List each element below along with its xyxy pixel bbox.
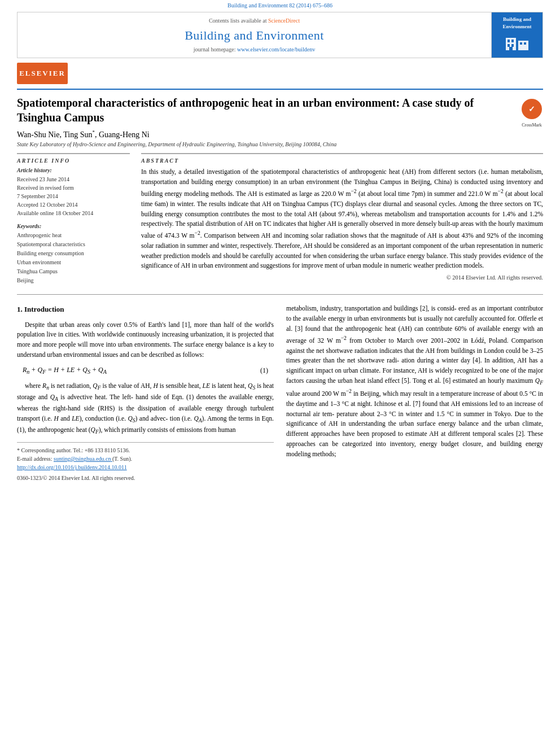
authors: Wan-Shu Nie, Ting Sun*, Guang-Heng Ni: [17, 129, 543, 139]
footnote-email-link[interactable]: sunting@tsinghua.edu.cn: [54, 456, 112, 462]
keyword-2: Spatiotemporal characteristics: [17, 240, 130, 249]
available-date: Available online 18 October 2014: [17, 209, 130, 217]
section-1-heading: 1. Introduction: [17, 304, 274, 315]
section-divider: [17, 294, 543, 295]
article-title: Spatiotemporal characteristics of anthro…: [17, 95, 520, 125]
footnote-corresponding: * Corresponding author. Tel.: +86 133 81…: [17, 446, 274, 455]
accepted-date: Accepted 12 October 2014: [17, 200, 130, 209]
journal-header-content: Contents lists available at ScienceDirec…: [18, 12, 492, 58]
citation-text: Building and Environment 82 (2014) 675–6…: [228, 2, 333, 8]
svg-rect-8: [509, 47, 513, 50]
intro-col-right: metabolism, industry, transportation and…: [286, 304, 543, 482]
citation-bar: Building and Environment 82 (2014) 675–6…: [0, 0, 560, 10]
journal-logo: Building and Environment: [492, 12, 542, 58]
introduction-section: 1. Introduction Despite that urban areas…: [17, 304, 543, 482]
doi-link: http://dx.doi.org/10.1016/j.buildenv.201…: [17, 463, 274, 471]
section-number: 1.: [17, 305, 23, 313]
svg-rect-4: [508, 44, 510, 47]
journal-homepage: journal homepage: www.elsevier.com/locat…: [194, 46, 315, 53]
article-history-title: Article history:: [17, 167, 130, 173]
keyword-5: Tsinghua Campus: [17, 267, 130, 276]
article-info-label: Article Info: [17, 158, 130, 164]
svg-rect-3: [511, 40, 514, 42]
keyword-3: Building energy consumption: [17, 249, 130, 258]
intro-para-2: where Rn is net radiation, QF is the val…: [17, 381, 274, 436]
intro-col-left: 1. Introduction Despite that urban areas…: [17, 304, 274, 482]
crossmark-icon[interactable]: ✓ CrossMark: [520, 98, 543, 120]
keywords-section: Keywords: Anthropogenic heat Spatiotempo…: [17, 223, 130, 285]
elsevier-logo: ELSEVIER: [17, 63, 68, 84]
homepage-link[interactable]: www.elsevier.com/locate/buildenv: [237, 46, 315, 53]
footnote-area: * Corresponding author. Tel.: +86 133 81…: [17, 442, 274, 483]
contents-line: Contents lists available at ScienceDirec…: [209, 18, 300, 24]
received-date: Received 23 June 2014: [17, 175, 130, 184]
svg-rect-2: [508, 40, 510, 42]
journal-header: Contents lists available at ScienceDirec…: [17, 12, 543, 58]
abstract-section: Abstract In this study, a detailed inves…: [141, 153, 543, 281]
equation-formula: Rn + QF = H + LE + QS + QA: [23, 365, 107, 377]
abstract-text: In this study, a detailed investigation …: [141, 167, 543, 271]
svg-text:✓: ✓: [528, 105, 535, 113]
journal-title: Building and Environment: [185, 28, 324, 43]
abstract-label: Abstract: [141, 158, 543, 164]
revised-label: Received in revised form: [17, 184, 130, 192]
svg-rect-7: [524, 42, 526, 45]
article-title-row: Spatiotemporal characteristics of anthro…: [17, 95, 543, 125]
copyright: © 2014 Elsevier Ltd. All rights reserved…: [141, 274, 543, 281]
article-info-section: Article Info Article history: Received 2…: [17, 153, 130, 217]
abstract-col: Abstract In this study, a detailed inves…: [141, 153, 543, 285]
keyword-6: Beijing: [17, 276, 130, 285]
intro-para-1: Despite that urban areas only cover 0.5%…: [17, 320, 274, 360]
keyword-4: Urban environment: [17, 258, 130, 267]
elsevier-logo-row: ELSEVIER: [17, 63, 543, 90]
issn: 0360-1323/© 2014 Elsevier Ltd. All right…: [17, 474, 274, 483]
section-title: Introduction: [24, 305, 64, 313]
intro-para-3: metabolism, industry, transportation and…: [286, 304, 543, 459]
article-info-col: Article Info Article history: Received 2…: [17, 153, 130, 285]
equation-1: Rn + QF = H + LE + QS + QA (1): [17, 365, 274, 377]
revised-date: 7 September 2014: [17, 192, 130, 200]
affiliation: State Key Laboratory of Hydro-Science an…: [17, 141, 543, 147]
paper-body: Spatiotemporal characteristics of anthro…: [17, 90, 543, 483]
doi-anchor[interactable]: http://dx.doi.org/10.1016/j.buildenv.201…: [17, 464, 127, 470]
svg-rect-5: [511, 44, 514, 47]
keywords-title: Keywords:: [17, 223, 130, 229]
footnote-email: E-mail address: sunting@tsinghua.edu.cn …: [17, 455, 274, 463]
sciencedirect-link[interactable]: ScienceDirect: [268, 18, 300, 24]
keyword-1: Anthropogenic heat: [17, 231, 130, 240]
svg-rect-1: [518, 41, 528, 50]
svg-rect-6: [520, 42, 522, 45]
article-info-abstract-cols: Article Info Article history: Received 2…: [17, 153, 543, 285]
equation-number: (1): [260, 365, 268, 376]
